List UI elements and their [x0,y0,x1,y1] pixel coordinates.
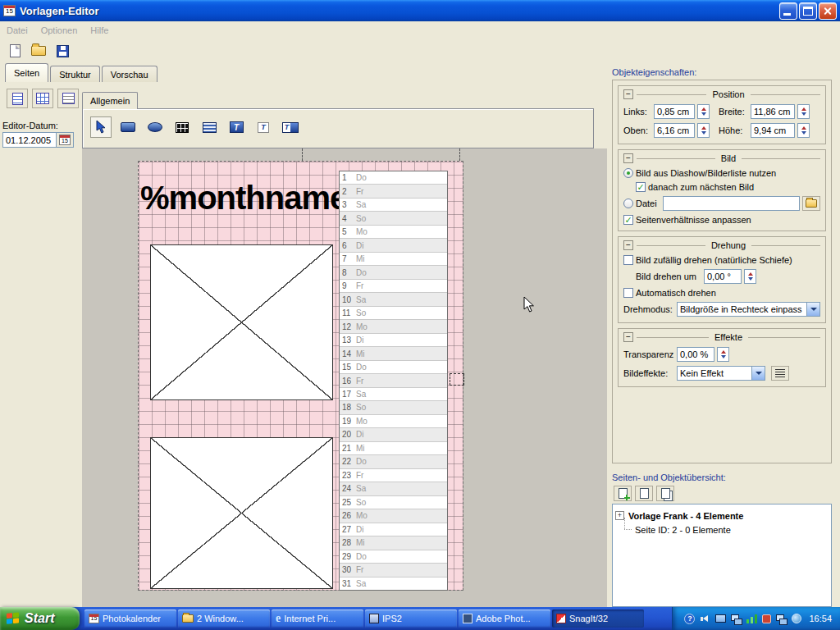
links-spinner[interactable] [697,104,710,119]
help-tray-icon[interactable]: ? [684,614,695,624]
tab-vorschau[interactable]: Vorschau [102,66,158,82]
template-page[interactable]: %monthname% 1Do2Fr3Sa4So5Mo6Di7Mi8Do9Fr1… [138,161,463,591]
links-input[interactable]: 0,85 cm [654,104,695,119]
volume-tray-icon[interactable] [700,614,710,624]
editor-canvas[interactable]: %monthname% 1Do2Fr3Sa4So5Mo6Di7Mi8Do9Fr1… [82,148,607,607]
collapse-button[interactable]: − [623,89,633,99]
blue-tray-icon[interactable] [792,614,801,623]
editor-date-input[interactable]: 01.12.2005 [2,132,57,148]
calendar-row: 31Sa [340,578,447,590]
add-page-button[interactable] [614,486,632,501]
transparenz-spinner[interactable] [717,347,729,362]
breite-spinner[interactable] [797,104,810,119]
collapse-button[interactable]: − [623,240,633,250]
network-tray-icon[interactable] [731,614,742,624]
group-drehung-title: Drehung [709,240,748,250]
tree-row[interactable]: Seite ID: 2 - 0 Elemente [615,523,829,536]
ellipse-tool-button[interactable] [144,116,166,138]
diashow-radio[interactable] [623,168,633,178]
rotate-spinner[interactable] [744,269,756,284]
save-button[interactable] [52,41,72,61]
effect-options-button[interactable] [771,366,789,381]
minimize-button[interactable] [779,2,797,20]
taskbar-button-2-window-[interactable]: 2 Window... [178,609,270,628]
menu-item-optionen[interactable]: Optionen [41,25,78,35]
chart-tray-icon[interactable] [746,614,757,623]
browse-file-button[interactable] [802,196,820,211]
drehmodus-dropdown-button[interactable] [806,303,819,316]
image-placeholder-2[interactable] [150,437,333,589]
task-label: Photokalender [103,614,161,623]
collapse-button[interactable]: − [623,332,633,342]
network-tray-icon[interactable] [776,614,787,624]
datei-input[interactable] [663,196,800,211]
open-button[interactable] [29,41,48,61]
palette-tab-label: Allgemein [90,96,130,106]
taskbar-button-internet-pri-[interactable]: eInternet Pri... [272,609,363,628]
tab-allgemein[interactable]: Allgemein [82,92,138,109]
day-list-tool-button[interactable] [199,116,220,138]
small-text-icon: T [258,122,269,133]
close-button[interactable] [819,2,837,20]
rectangle-tool-button[interactable] [117,116,139,138]
hoehe-spinner[interactable] [797,123,810,138]
collapse-button[interactable]: − [623,153,633,163]
window-title: Vorlagen-Editor [20,5,779,17]
calendar-day-list[interactable]: 1Do2Fr3Sa4So5Mo6Di7Mi8Do9Fr10Sa11So12Mo1… [339,171,448,591]
divider [637,158,715,159]
tree-expander-icon[interactable]: + [615,511,624,520]
taskbar-clock[interactable]: 16:54 [809,614,832,623]
spin-up-icon [721,350,726,354]
datei-radio[interactable] [623,199,633,208]
taskbar-button-photokalender[interactable]: 15Photokalender [84,609,176,628]
overview-tree[interactable]: +Vorlage Frank - 4 ElementeSeite ID: 2 -… [612,504,832,607]
calendar-row: 29Do [340,550,447,564]
display-tray-icon[interactable] [715,614,726,623]
taskbar-button-adobe-phot-[interactable]: Adobe Phot... [459,609,550,628]
maximize-button[interactable] [799,2,817,20]
spin-down-icon [801,131,806,135]
drehmodus-select[interactable]: Bildgröße in Rechteck einpass [677,302,820,317]
select-tool-button[interactable] [90,116,112,138]
rotate-input[interactable]: 0,00 ° [704,269,742,284]
new-button[interactable] [5,41,25,61]
tree-row[interactable]: +Vorlage Frank - 4 Elemente [615,509,829,523]
oben-spinner[interactable] [697,123,710,138]
task-label: SnagIt/32 [569,614,608,623]
oben-input[interactable]: 6,16 cm [654,123,695,138]
tab-struktur[interactable]: Struktur [50,66,100,82]
page-button[interactable] [635,486,653,501]
start-button[interactable]: Start [0,607,80,630]
auto-rotate-checkbox[interactable] [623,288,633,298]
date-picker-button[interactable]: 15 [57,132,74,148]
next-image-checkbox[interactable]: ✓ [636,182,646,192]
small-text-tool-button[interactable]: T [253,116,274,138]
breite-input[interactable]: 11,86 cm [751,104,795,119]
menu-item-datei[interactable]: Datei [7,25,28,35]
app-icon: 15 [3,5,16,16]
taskbar-button-snagit-32[interactable]: SnagIt/32 [552,609,644,628]
taskbar-button-ips2[interactable]: IPS2 [365,609,457,628]
image-placeholder-1[interactable] [150,244,333,400]
weekday-abbrev: Sa [356,200,366,209]
bildeffekte-dropdown-button[interactable] [751,367,765,380]
random-rotate-checkbox[interactable] [623,255,633,265]
transparenz-input[interactable]: 0,00 % [677,347,714,362]
page-view-button[interactable] [7,89,28,108]
flag-yellow [13,618,19,623]
mouse-cursor [523,296,535,313]
bildeffekte-select[interactable]: Kein Effekt [677,366,765,381]
menu-item-hilfe[interactable]: Hilfe [90,25,108,35]
day-number: 28 [340,538,356,547]
copy-page-button[interactable] [656,486,674,501]
aspect-checkbox[interactable]: ✓ [623,215,633,225]
tab-seiten[interactable]: Seiten [5,63,48,82]
hoehe-input[interactable]: 9,94 cm [751,123,795,138]
list-view-button[interactable] [57,89,79,108]
cal15-icon: 15 [89,614,99,623]
red-tray-icon[interactable] [762,614,771,623]
grid-view-button[interactable] [32,89,53,108]
text-image-tool-button[interactable]: T [280,116,301,138]
text-tool-button[interactable]: T [226,116,247,138]
calendar-grid-tool-button[interactable] [171,116,193,138]
